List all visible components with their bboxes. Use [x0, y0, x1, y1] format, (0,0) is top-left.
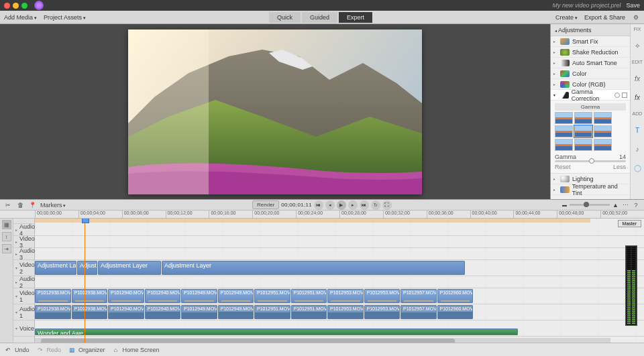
track-audio2[interactable] — [35, 276, 644, 288]
track-hdr-video3[interactable]: ▸Video 3 — [13, 236, 34, 248]
tool-selection-icon[interactable]: ▦ — [2, 220, 11, 229]
clip-audio[interactable]: P1012949.MOV [A] — [218, 305, 254, 319]
track-video1[interactable]: P1012938.MOV [V]P1012938.MOV [V]P1012940… — [35, 288, 644, 304]
gamma-preset-6[interactable] — [594, 125, 612, 137]
gamma-preset-8[interactable] — [574, 139, 592, 151]
tool-crop-icon[interactable]: ✧ — [633, 41, 642, 50]
track-hdr-audio2[interactable]: ▸Audio 2 — [13, 276, 34, 288]
time-ruler[interactable]: 00;00;00;00 00;00;04;00 00;00;08;00 00;0… — [0, 211, 644, 219]
clip-audio[interactable]: P1012951.MOV [A] — [291, 305, 327, 319]
track-hdr-video1[interactable]: ▾Video 1 — [13, 288, 34, 304]
clip-adjustment[interactable]: Adjustment Layer — [77, 261, 97, 275]
clip-adjustment[interactable]: Adjustment Layer — [35, 261, 76, 275]
tool-fx-icon[interactable]: fx — [633, 93, 642, 102]
clip-audio[interactable]: P1012951.MOV [A] — [254, 305, 290, 319]
video-preview[interactable] — [128, 29, 422, 194]
adj-shake-reduction[interactable]: ▸Shake Reduction — [551, 47, 630, 58]
zoom-in-icon[interactable]: ▲ — [612, 202, 619, 209]
tab-guided[interactable]: Guided — [302, 12, 337, 23]
clip-adjustment[interactable]: Adjustment Layer — [162, 261, 465, 275]
gamma-preset-3[interactable] — [594, 112, 612, 124]
clip-video[interactable]: P1012953.MOV [V] — [364, 289, 400, 303]
tool-trash-icon[interactable]: 🗑 — [16, 201, 24, 209]
tool-cut-icon[interactable]: ✂ — [4, 201, 12, 209]
tool-track-select-icon[interactable]: ↕ — [2, 232, 11, 241]
adj-visibility-icon[interactable] — [614, 93, 620, 98]
adj-smart-fix[interactable]: ▸Smart Fix — [551, 36, 630, 47]
tool-ripple-icon[interactable]: ⇥ — [2, 244, 11, 253]
timeline-h-scrollbar[interactable] — [35, 338, 610, 343]
adj-temperature-tint[interactable]: ▸Temperature and Tint — [551, 184, 630, 195]
clip-video[interactable]: P1012938.MOV [V] — [72, 289, 108, 303]
track-audio4[interactable] — [35, 224, 644, 236]
gamma-preset-2[interactable] — [574, 112, 592, 124]
adj-auto-smart-tone[interactable]: ▸Auto Smart Tone — [551, 58, 630, 68]
tab-expert[interactable]: Expert — [339, 12, 372, 23]
organizer-button[interactable]: ▦Organizer — [68, 346, 105, 354]
maximize-window-icon[interactable] — [21, 3, 28, 9]
clip-video[interactable]: P1012953.MOV [V] — [327, 289, 364, 303]
clip-video[interactable]: P1012940.MOV [V] — [108, 289, 144, 303]
marker-pin-icon[interactable]: 📍 — [28, 201, 36, 209]
create-button[interactable]: Create — [555, 14, 578, 21]
home-screen-button[interactable]: ⌂Home Screen — [112, 346, 160, 354]
clip-audio[interactable]: P1012940.MOV [A] — [145, 305, 181, 319]
save-button[interactable]: Save — [626, 2, 640, 9]
clip-audio[interactable]: P1012953.MOV [A] — [327, 305, 364, 319]
redo-button[interactable]: ↷Redo — [36, 346, 62, 354]
gamma-preset-1[interactable] — [555, 112, 573, 124]
gamma-preset-5[interactable] — [574, 125, 592, 137]
track-hdr-audio3[interactable]: ▸Audio 3 — [13, 248, 34, 260]
track-video3[interactable] — [35, 236, 644, 248]
clip-video[interactable]: P1012940.MOV [V] — [145, 289, 181, 303]
zoom-out-icon[interactable]: ▬ — [562, 202, 567, 207]
step-fwd-icon[interactable]: ▸ — [348, 200, 358, 210]
gamma-preset-4[interactable] — [555, 125, 573, 137]
track-voice[interactable]: Wonder and Awe — [35, 320, 644, 337]
gamma-preset-7[interactable] — [555, 139, 573, 151]
adj-color[interactable]: ▸Color — [551, 68, 630, 79]
project-assets-button[interactable]: Project Assets — [44, 14, 86, 21]
track-hdr-audio1[interactable]: ▾Audio 1 — [13, 304, 34, 320]
render-button[interactable]: Render — [252, 200, 279, 209]
clip-video[interactable]: P1012951.MOV [V] — [291, 289, 327, 303]
goto-end-icon[interactable]: ⏭ — [360, 200, 369, 210]
tool-music-icon[interactable]: ♪ — [633, 144, 642, 154]
clip-audio[interactable]: P1012940.MOV [A] — [108, 305, 144, 319]
playhead[interactable] — [85, 219, 85, 343]
markers-button[interactable]: Markers — [40, 202, 66, 209]
timeline-help-icon[interactable]: ? — [632, 201, 640, 209]
fullscreen-icon[interactable]: ⛶ — [382, 200, 392, 210]
play-icon[interactable]: ▶ — [337, 200, 346, 210]
timeline-options-icon[interactable]: ⋯ — [621, 201, 629, 209]
clip-video[interactable]: P1012960.MOV [V] — [437, 289, 474, 303]
step-back-icon[interactable]: ◂ — [325, 200, 335, 210]
clip-audio[interactable]: P1012960.MOV [A] — [437, 305, 474, 319]
adj-delete-icon[interactable] — [622, 93, 627, 98]
track-video2[interactable]: Adjustment Layer Adjustment Layer Adjust… — [35, 260, 644, 276]
track-hdr-voice[interactable]: ▾Voice — [13, 320, 34, 337]
clip-video[interactable]: P1012949.MOV [V] — [181, 289, 217, 303]
export-share-button[interactable]: Export & Share — [584, 14, 625, 21]
track-hdr-video2[interactable]: ▾Video 2 — [13, 260, 34, 276]
zoom-slider[interactable] — [570, 204, 610, 206]
goto-start-icon[interactable]: ⏮ — [314, 200, 323, 210]
undo-button[interactable]: ↶Undo — [4, 346, 30, 354]
clip-audio[interactable]: P1012957.MOV [A] — [400, 305, 437, 319]
clip-audio[interactable]: P1012938.MOV [A] — [35, 305, 71, 319]
clip-audio[interactable]: P1012953.MOV [A] — [364, 305, 400, 319]
tool-fx-star-icon[interactable]: fx — [633, 74, 642, 83]
work-area-bar[interactable] — [35, 219, 590, 223]
adj-gamma-correction[interactable]: ▾Gamma Correction — [551, 90, 630, 101]
clip-video[interactable]: P1012949.MOV [V] — [218, 289, 254, 303]
track-hdr-audio4[interactable]: ▸Audio 4 — [13, 224, 34, 236]
clip-audio[interactable]: P1012938.MOV [A] — [72, 305, 108, 319]
tracks-area[interactable]: Master Adjustment Layer Adjustment Layer… — [35, 219, 644, 343]
timecode-display[interactable]: 00;00;01;11 — [281, 202, 312, 208]
track-audio3[interactable] — [35, 248, 644, 260]
gamma-slider[interactable] — [555, 160, 626, 162]
clip-video[interactable]: P1012938.MOV [V] — [35, 289, 71, 303]
tab-quick[interactable]: Quick — [269, 12, 301, 23]
clip-audio[interactable]: P1012949.MOV [A] — [181, 305, 217, 319]
clip-video[interactable]: P1012957.MOV [V] — [400, 289, 437, 303]
